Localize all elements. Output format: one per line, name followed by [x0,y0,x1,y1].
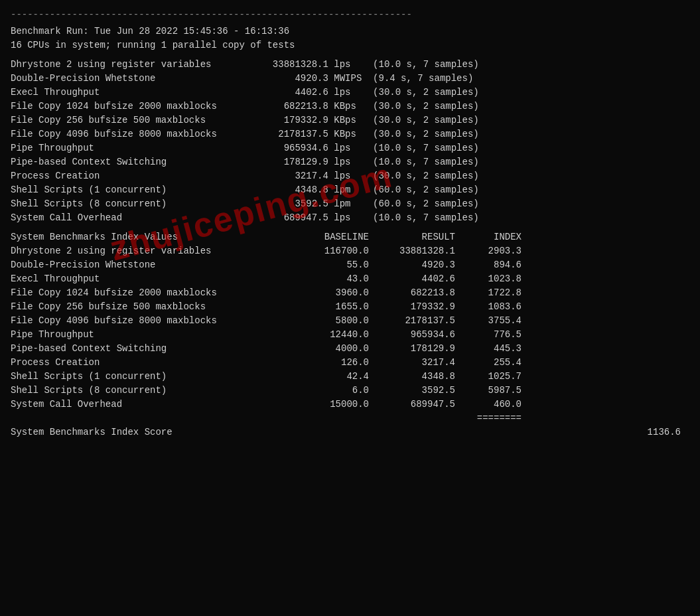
index-row-baseline: 15000.0 [289,398,369,412]
index-row-result: 2178137.5 [369,314,455,328]
index-table-row: File Copy 256 bufsize 500 maxblocks 1655… [11,300,689,314]
equals-spacer [11,412,289,425]
raw-result-row: Pipe Throughput 965934.6 lps (10.0 s, 7 … [11,141,689,155]
index-row-index: 1025.7 [455,370,522,384]
score-value: 1136.6 [614,425,681,439]
index-row-result: 689947.5 [369,398,455,412]
raw-result-row: System Call Overhead 689947.5 lps (10.0 … [11,211,689,225]
index-row-baseline: 116700.0 [289,244,369,258]
index-table-row: File Copy 1024 bufsize 2000 maxblocks 39… [11,286,689,300]
index-row-result: 4402.6 [369,272,455,286]
raw-result-row: Pipe-based Context Switching 178129.9 lp… [11,155,689,169]
index-table-row: System Call Overhead 15000.0 689947.5 46… [11,398,689,412]
index-row-index: 255.4 [455,356,522,370]
index-row-name: File Copy 256 bufsize 500 maxblocks [11,300,289,314]
index-table-row: Process Creation 126.0 3217.4 255.4 [11,356,689,370]
index-row-index: 445.3 [455,342,522,356]
index-row-result: 965934.6 [369,328,455,342]
index-row-name: File Copy 4096 bufsize 8000 maxblocks [11,314,289,328]
index-row-index: 5987.5 [455,384,522,398]
index-table-row: Double-Precision Whetstone 55.0 4920.3 8… [11,258,689,272]
index-table-row: File Copy 4096 bufsize 8000 maxblocks 58… [11,314,689,328]
raw-result-row: File Copy 4096 bufsize 8000 maxblocks 21… [11,127,689,141]
index-row-result: 3592.5 [369,384,455,398]
separator-top: ----------------------------------------… [11,8,689,22]
index-table-header: System Benchmarks Index Values BASELINE … [11,230,689,244]
header-line2: 16 CPUs in system; running 1 parallel co… [11,38,689,52]
col-header-name: System Benchmarks Index Values [11,230,289,244]
index-row-index: 2903.3 [455,244,522,258]
index-row-result: 3217.4 [369,356,455,370]
index-row-baseline: 5800.0 [289,314,369,328]
index-row-name: Pipe Throughput [11,328,289,342]
index-table-row: Shell Scripts (8 concurrent) 6.0 3592.5 … [11,384,689,398]
raw-result-row: File Copy 1024 bufsize 2000 maxblocks 68… [11,100,689,114]
index-row-index: 776.5 [455,328,522,342]
index-table-row: Execl Throughput 43.0 4402.6 1023.8 [11,272,689,286]
raw-result-row: Shell Scripts (1 concurrent) 4348.8 lpm … [11,183,689,197]
index-row-baseline: 43.0 [289,272,369,286]
index-row-name: System Call Overhead [11,398,289,412]
equals-spacer2 [289,412,369,425]
index-row-name: Pipe-based Context Switching [11,342,289,356]
index-row-baseline: 1655.0 [289,300,369,314]
index-row-result: 4920.3 [369,258,455,272]
col-header-index: INDEX [455,230,522,244]
index-row-baseline: 42.4 [289,370,369,384]
terminal-container: ----------------------------------------… [11,8,689,439]
score-line: System Benchmarks Index Score 1136.6 [11,425,689,439]
raw-result-row: Shell Scripts (8 concurrent) 3592.5 lpm … [11,197,689,211]
header-line1: Benchmark Run: Tue Jun 28 2022 15:45:36 … [11,25,689,38]
equals-line: ======== [11,412,689,425]
index-row-result: 178129.9 [369,342,455,356]
index-row-index: 460.0 [455,398,522,412]
index-table-row: Pipe-based Context Switching 4000.0 1781… [11,342,689,356]
index-row-baseline: 3960.0 [289,286,369,300]
raw-result-row: Process Creation 3217.4 lps (30.0 s, 2 s… [11,169,689,183]
index-table-section: System Benchmarks Index Values BASELINE … [11,230,689,439]
raw-results-section: Dhrystone 2 using register variables 338… [11,58,689,225]
index-table-row: Pipe Throughput 12440.0 965934.6 776.5 [11,328,689,342]
raw-result-row: File Copy 256 bufsize 500 maxblocks 1793… [11,114,689,127]
index-row-name: Process Creation [11,356,289,370]
col-header-result: RESULT [369,230,455,244]
index-row-result: 4348.8 [369,370,455,384]
index-row-index: 1023.8 [455,272,522,286]
index-table-row: Dhrystone 2 using register variables 116… [11,244,689,258]
equals-spacer3 [369,412,455,425]
raw-result-row: Execl Throughput 4402.6 lps (30.0 s, 2 s… [11,86,689,100]
raw-result-row: Dhrystone 2 using register variables 338… [11,58,689,72]
index-row-index: 894.6 [455,258,522,272]
benchmark-header: Benchmark Run: Tue Jun 28 2022 15:45:36 … [11,25,689,52]
raw-result-row: Double-Precision Whetstone 4920.3 MWIPS … [11,72,689,86]
index-row-index: 1722.8 [455,286,522,300]
index-row-name: Shell Scripts (8 concurrent) [11,384,289,398]
index-row-name: Execl Throughput [11,272,289,286]
score-spacer [449,425,528,439]
index-row-name: File Copy 1024 bufsize 2000 maxblocks [11,286,289,300]
index-row-result: 33881328.1 [369,244,455,258]
index-row-result: 682213.8 [369,286,455,300]
index-table-row: Shell Scripts (1 concurrent) 42.4 4348.8… [11,370,689,384]
equals-value: ======== [455,412,522,425]
index-row-baseline: 55.0 [289,258,369,272]
index-row-name: Shell Scripts (1 concurrent) [11,370,289,384]
score-spacer2 [528,425,614,439]
index-row-baseline: 12440.0 [289,328,369,342]
index-row-baseline: 6.0 [289,384,369,398]
index-row-index: 3755.4 [455,314,522,328]
index-row-result: 179332.9 [369,300,455,314]
index-row-name: Dhrystone 2 using register variables [11,244,289,258]
col-header-baseline: BASELINE [289,230,369,244]
index-row-baseline: 4000.0 [289,342,369,356]
score-label: System Benchmarks Index Score [11,425,449,439]
index-row-index: 1083.6 [455,300,522,314]
index-row-name: Double-Precision Whetstone [11,258,289,272]
index-row-baseline: 126.0 [289,356,369,370]
